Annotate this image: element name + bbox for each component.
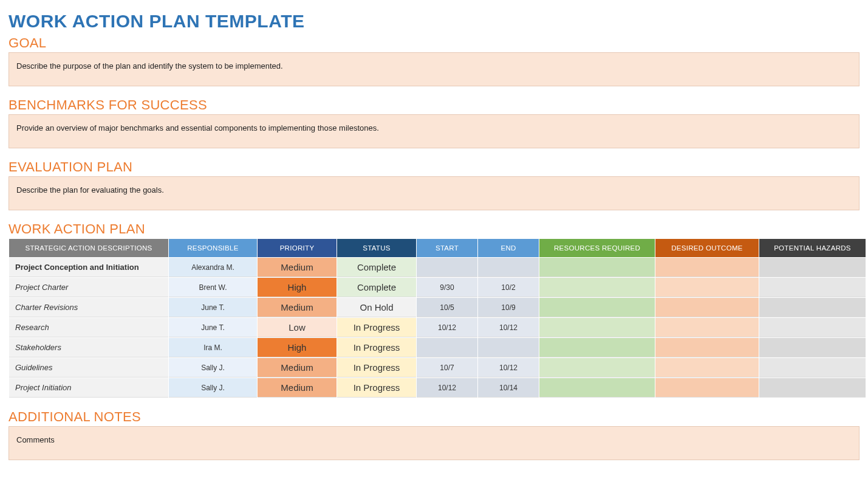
header-responsible: RESPONSIBLE (169, 239, 257, 257)
notes-heading: ADDITIONAL NOTES (9, 409, 859, 425)
cell-start[interactable]: 9/30 (417, 278, 477, 297)
cell-resources[interactable] (539, 338, 655, 357)
cell-outcome[interactable] (655, 338, 759, 357)
cell-hazards[interactable] (759, 298, 866, 317)
cell-responsible[interactable]: June T. (169, 318, 257, 337)
cell-outcome[interactable] (655, 378, 759, 398)
cell-end[interactable] (478, 338, 539, 357)
cell-priority[interactable]: High (258, 338, 337, 357)
cell-priority[interactable]: High (258, 278, 337, 297)
cell-status[interactable]: In Progress (337, 358, 416, 378)
benchmarks-textbox[interactable]: Provide an overview of major benchmarks … (9, 114, 859, 148)
cell-end[interactable]: 10/9 (478, 298, 539, 317)
cell-description[interactable]: Project Conception and Initiation (9, 258, 168, 277)
cell-end[interactable]: 10/14 (478, 378, 539, 398)
cell-priority[interactable]: Medium (258, 378, 337, 398)
cell-resources[interactable] (539, 358, 655, 378)
table-row: Project Conception and InitiationAlexand… (9, 258, 866, 277)
header-status: STATUS (337, 239, 416, 257)
notes-textbox[interactable]: Comments (9, 426, 859, 460)
cell-status[interactable]: Complete (337, 278, 416, 297)
cell-status[interactable]: Complete (337, 258, 416, 277)
cell-description[interactable]: Project Charter (9, 278, 168, 297)
cell-responsible[interactable]: Alexandra M. (169, 258, 257, 277)
cell-description[interactable]: Stakeholders (9, 338, 168, 357)
cell-status[interactable]: In Progress (337, 338, 416, 357)
table-row: Charter RevisionsJune T.MediumOn Hold10/… (9, 298, 866, 317)
header-start: START (417, 239, 477, 257)
cell-hazards[interactable] (759, 378, 866, 398)
cell-outcome[interactable] (655, 298, 759, 317)
cell-priority[interactable]: Medium (258, 358, 337, 378)
cell-resources[interactable] (539, 378, 655, 398)
cell-hazards[interactable] (759, 278, 866, 297)
cell-resources[interactable] (539, 258, 655, 277)
cell-resources[interactable] (539, 318, 655, 337)
cell-start[interactable]: 10/5 (417, 298, 477, 317)
cell-priority[interactable]: Low (258, 318, 337, 337)
cell-responsible[interactable]: June T. (169, 298, 257, 317)
cell-end[interactable]: 10/12 (478, 318, 539, 337)
table-row: Project CharterBrent W.HighComplete9/301… (9, 278, 866, 297)
header-hazards: POTENTIAL HAZARDS (759, 239, 866, 257)
cell-start[interactable]: 10/7 (417, 358, 477, 378)
cell-outcome[interactable] (655, 318, 759, 337)
cell-resources[interactable] (539, 298, 655, 317)
goal-heading: GOAL (9, 35, 859, 51)
cell-description[interactable]: Charter Revisions (9, 298, 168, 317)
goal-textbox[interactable]: Describe the purpose of the plan and ide… (9, 52, 859, 86)
header-end: END (478, 239, 539, 257)
cell-end[interactable]: 10/2 (478, 278, 539, 297)
evaluation-heading: EVALUATION PLAN (9, 159, 859, 175)
cell-responsible[interactable]: Sally J. (169, 358, 257, 378)
cell-responsible[interactable]: Ira M. (169, 338, 257, 357)
cell-outcome[interactable] (655, 358, 759, 378)
header-priority: PRIORITY (258, 239, 337, 257)
cell-responsible[interactable]: Brent W. (169, 278, 257, 297)
cell-description[interactable]: Guidelines (9, 358, 168, 378)
cell-status[interactable]: In Progress (337, 378, 416, 398)
cell-hazards[interactable] (759, 258, 866, 277)
cell-end[interactable]: 10/12 (478, 358, 539, 378)
plan-heading: WORK ACTION PLAN (9, 221, 859, 237)
cell-responsible[interactable]: Sally J. (169, 378, 257, 398)
benchmarks-heading: BENCHMARKS FOR SUCCESS (9, 97, 859, 113)
header-outcome: DESIRED OUTCOME (655, 239, 759, 257)
page-title: WORK ACTION PLAN TEMPLATE (9, 11, 859, 32)
cell-outcome[interactable] (655, 278, 759, 297)
table-row: ResearchJune T.LowIn Progress10/1210/12 (9, 318, 866, 337)
cell-hazards[interactable] (759, 358, 866, 378)
cell-end[interactable] (478, 258, 539, 277)
cell-resources[interactable] (539, 278, 655, 297)
cell-outcome[interactable] (655, 258, 759, 277)
table-header-row: STRATEGIC ACTION DESCRIPTIONS RESPONSIBL… (9, 239, 866, 257)
work-action-plan-table: STRATEGIC ACTION DESCRIPTIONS RESPONSIBL… (9, 238, 866, 398)
header-strategic: STRATEGIC ACTION DESCRIPTIONS (9, 239, 168, 257)
cell-start[interactable] (417, 338, 477, 357)
cell-start[interactable]: 10/12 (417, 318, 477, 337)
cell-hazards[interactable] (759, 338, 866, 357)
cell-description[interactable]: Research (9, 318, 168, 337)
cell-start[interactable]: 10/12 (417, 378, 477, 398)
cell-priority[interactable]: Medium (258, 298, 337, 317)
evaluation-textbox[interactable]: Describe the plan for evaluating the goa… (9, 176, 859, 210)
cell-start[interactable] (417, 258, 477, 277)
table-row: Project InitiationSally J.MediumIn Progr… (9, 378, 866, 398)
cell-priority[interactable]: Medium (258, 258, 337, 277)
table-row: StakeholdersIra M.HighIn Progress (9, 338, 866, 357)
table-row: GuidelinesSally J.MediumIn Progress10/71… (9, 358, 866, 378)
cell-description[interactable]: Project Initiation (9, 378, 168, 398)
cell-status[interactable]: In Progress (337, 318, 416, 337)
header-resources: RESOURCES REQUIRED (539, 239, 655, 257)
cell-hazards[interactable] (759, 318, 866, 337)
cell-status[interactable]: On Hold (337, 298, 416, 317)
